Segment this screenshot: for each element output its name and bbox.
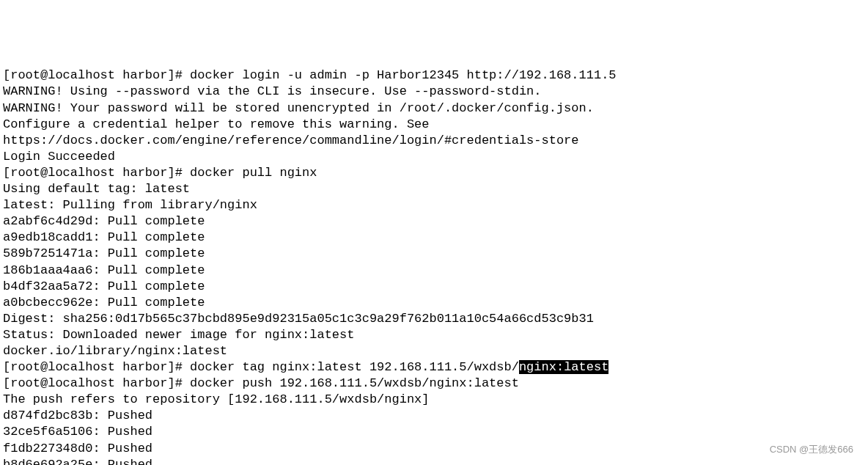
- terminal-line: f1db227348d0: Pushed: [3, 441, 865, 457]
- terminal-line: d874fd2bc83b: Pushed: [3, 408, 865, 424]
- terminal-line: 589b7251471a: Pull complete: [3, 246, 865, 262]
- terminal-line: Configure a credential helper to remove …: [3, 117, 865, 133]
- terminal-line: [root@localhost harbor]# docker pull ngi…: [3, 165, 865, 181]
- watermark: CSDN @王德发666: [770, 444, 853, 456]
- terminal-line: latest: Pulling from library/nginx: [3, 197, 865, 213]
- terminal-line: The push refers to repository [192.168.1…: [3, 392, 865, 408]
- terminal-line: [root@localhost harbor]# docker push 192…: [3, 376, 865, 392]
- terminal-line: b8d6e692a25e: Pushed: [3, 457, 865, 465]
- terminal-line: Using default tag: latest: [3, 181, 865, 197]
- terminal-line: 186b1aaa4aa6: Pull complete: [3, 263, 865, 279]
- terminal-line: Status: Downloaded newer image for nginx…: [3, 327, 865, 343]
- terminal-output: [root@localhost harbor]# docker login -u…: [3, 67, 865, 465]
- terminal-line: a9edb18cadd1: Pull complete: [3, 230, 865, 246]
- terminal-line-tag: [root@localhost harbor]# docker tag ngin…: [3, 359, 865, 376]
- terminal-line: WARNING! Using --password via the CLI is…: [3, 84, 865, 100]
- terminal-line: Login Succeeded: [3, 149, 865, 165]
- tag-line-prefix: [root@localhost harbor]# docker tag ngin…: [3, 360, 519, 374]
- terminal-line: 32ce5f6a5106: Pushed: [3, 424, 865, 440]
- terminal-line: a2abf6c4d29d: Pull complete: [3, 213, 865, 230]
- tag-line-highlight: nginx:latest: [519, 360, 608, 374]
- terminal-line: a0bcbecc962e: Pull complete: [3, 295, 865, 311]
- terminal-line: b4df32aa5a72: Pull complete: [3, 279, 865, 295]
- terminal-line: https://docs.docker.com/engine/reference…: [3, 133, 865, 149]
- terminal-line: WARNING! Your password will be stored un…: [3, 100, 865, 117]
- terminal-line: [root@localhost harbor]# docker login -u…: [3, 67, 865, 84]
- terminal-line: docker.io/library/nginx:latest: [3, 343, 865, 359]
- terminal-line: Digest: sha256:0d17b565c37bcbd895e9d9231…: [3, 311, 865, 327]
